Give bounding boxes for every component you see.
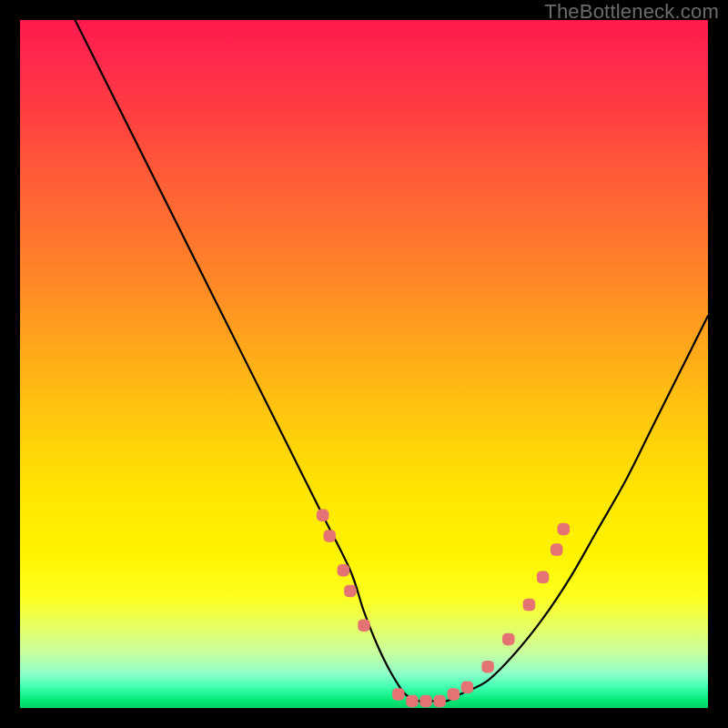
- highlight-dot: [461, 682, 474, 694]
- highlight-dot: [481, 661, 494, 673]
- highlight-dot: [523, 599, 536, 612]
- curve-group: [75, 20, 708, 707]
- highlight-dot: [433, 695, 446, 708]
- highlight-dot: [323, 530, 336, 542]
- highlight-dot: [502, 633, 515, 646]
- highlight-dot: [392, 688, 405, 701]
- plot-area: [20, 20, 708, 708]
- highlight-dot: [551, 543, 563, 556]
- highlight-dot: [557, 523, 570, 536]
- highlight-dots: [317, 510, 570, 708]
- highlight-dot: [406, 695, 419, 708]
- highlight-dot: [317, 510, 329, 522]
- watermark-text: TheBottleneck.com: [544, 0, 719, 24]
- chart-stage: TheBottleneck.com: [0, 0, 728, 728]
- highlight-dot: [537, 571, 550, 584]
- highlight-dot: [344, 585, 357, 598]
- bottleneck-curve: [75, 20, 708, 702]
- highlight-dot: [448, 688, 460, 701]
- highlight-dot: [358, 620, 370, 632]
- highlight-dot: [420, 695, 432, 708]
- bottleneck-curve-svg: [20, 20, 708, 708]
- highlight-dot: [338, 564, 350, 577]
